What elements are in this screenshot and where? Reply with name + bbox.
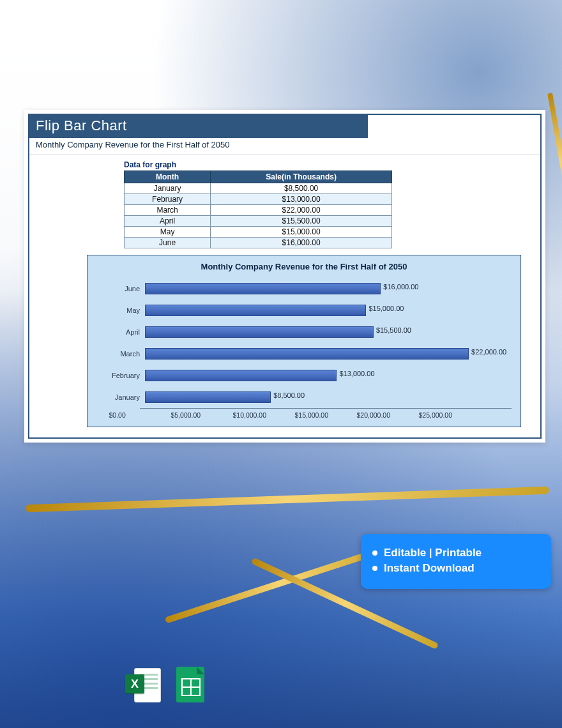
table-row: June$16,000.00 bbox=[125, 238, 392, 248]
chart-subtitle: Monthly Company Revenue for the First Ha… bbox=[29, 138, 540, 155]
cell-month: April bbox=[125, 216, 211, 227]
x-axis-tick: $0.00 bbox=[109, 411, 171, 419]
chart-main-title: Flip Bar Chart bbox=[29, 115, 368, 138]
bar-category-label: February bbox=[96, 372, 145, 379]
bar-row: January$8,500.00 bbox=[96, 386, 512, 408]
cell-month: March bbox=[125, 205, 211, 216]
bar-fill bbox=[145, 391, 271, 403]
bar-track: $15,000.00 bbox=[145, 303, 512, 317]
cell-month: June bbox=[125, 238, 211, 248]
table-row: May$15,000.00 bbox=[125, 227, 392, 238]
bar-category-label: March bbox=[96, 350, 145, 358]
cell-sale: $16,000.00 bbox=[211, 238, 392, 248]
bar-value-label: $13,000.00 bbox=[335, 370, 374, 377]
table-header-sale: Sale(in Thousands) bbox=[211, 171, 392, 183]
file-format-icons: X bbox=[125, 667, 208, 702]
table-row: April$15,500.00 bbox=[125, 216, 392, 227]
bullet-icon bbox=[372, 566, 377, 571]
feature-line: Editable | Printable bbox=[372, 547, 540, 559]
cell-sale: $13,000.00 bbox=[211, 194, 392, 205]
data-table-label: Data for graph bbox=[124, 160, 540, 169]
bar-category-label: January bbox=[96, 393, 145, 401]
bar-value-label: $15,000.00 bbox=[365, 305, 404, 312]
x-axis-tick: $25,000.00 bbox=[419, 411, 481, 419]
x-axis-tick: $15,000.00 bbox=[295, 411, 357, 419]
bar-category-label: April bbox=[96, 328, 145, 336]
cell-month: February bbox=[125, 194, 211, 205]
template-preview-card: Flip Bar Chart Monthly Company Revenue f… bbox=[24, 110, 545, 443]
bar-fill bbox=[145, 305, 366, 316]
cell-month: May bbox=[125, 227, 211, 238]
bar-track: $15,500.00 bbox=[145, 325, 512, 339]
cell-sale: $15,500.00 bbox=[211, 216, 392, 227]
bar-fill bbox=[145, 348, 469, 360]
bar-fill bbox=[145, 283, 381, 294]
x-axis-tick: $5,000.00 bbox=[171, 411, 233, 419]
excel-icon: X bbox=[125, 667, 161, 702]
bar-row: May$15,000.00 bbox=[96, 300, 512, 321]
cell-sale: $15,000.00 bbox=[211, 227, 392, 238]
x-axis-tick: $20,000.00 bbox=[357, 411, 419, 419]
feature-text: Editable | Printable bbox=[384, 547, 482, 559]
cell-sale: $8,500.00 bbox=[211, 183, 392, 194]
bar-value-label: $8,500.00 bbox=[270, 391, 305, 399]
bar-category-label: June bbox=[96, 285, 145, 292]
bar-track: $16,000.00 bbox=[145, 282, 512, 296]
bar-fill bbox=[145, 370, 337, 381]
bar-fill bbox=[145, 326, 374, 338]
bar-category-label: May bbox=[96, 307, 145, 314]
cell-month: January bbox=[125, 183, 211, 194]
bar-track: $13,000.00 bbox=[145, 368, 512, 383]
bar-chart-panel: Monthly Company Revenue for the First Ha… bbox=[87, 255, 521, 427]
table-header-month: Month bbox=[125, 171, 211, 183]
excel-badge-letter: X bbox=[125, 674, 144, 694]
table-row: February$13,000.00 bbox=[125, 194, 392, 205]
bar-track: $22,000.00 bbox=[145, 347, 512, 361]
cell-sale: $22,000.00 bbox=[211, 205, 392, 216]
x-axis-tick: $10,000.00 bbox=[233, 411, 295, 419]
bar-value-label: $15,500.00 bbox=[372, 326, 411, 334]
bar-row: April$15,500.00 bbox=[96, 321, 512, 343]
feature-callout: Editable | Printable Instant Download bbox=[361, 534, 551, 589]
bar-value-label: $16,000.00 bbox=[379, 283, 418, 291]
feature-text: Instant Download bbox=[384, 562, 475, 575]
data-table: Month Sale(in Thousands) January$8,500.0… bbox=[124, 171, 392, 248]
bar-value-label: $22,000.00 bbox=[467, 348, 506, 356]
bar-row: June$16,000.00 bbox=[96, 278, 512, 300]
table-row: March$22,000.00 bbox=[125, 205, 392, 216]
google-sheets-icon bbox=[172, 667, 208, 702]
bar-row: February$13,000.00 bbox=[96, 365, 512, 386]
bar-track: $8,500.00 bbox=[145, 390, 512, 404]
table-row: January$8,500.00 bbox=[125, 183, 392, 194]
bullet-icon bbox=[372, 550, 377, 556]
feature-line: Instant Download bbox=[372, 562, 540, 575]
bar-chart-title: Monthly Company Revenue for the First Ha… bbox=[96, 262, 512, 271]
bar-row: March$22,000.00 bbox=[96, 343, 512, 365]
